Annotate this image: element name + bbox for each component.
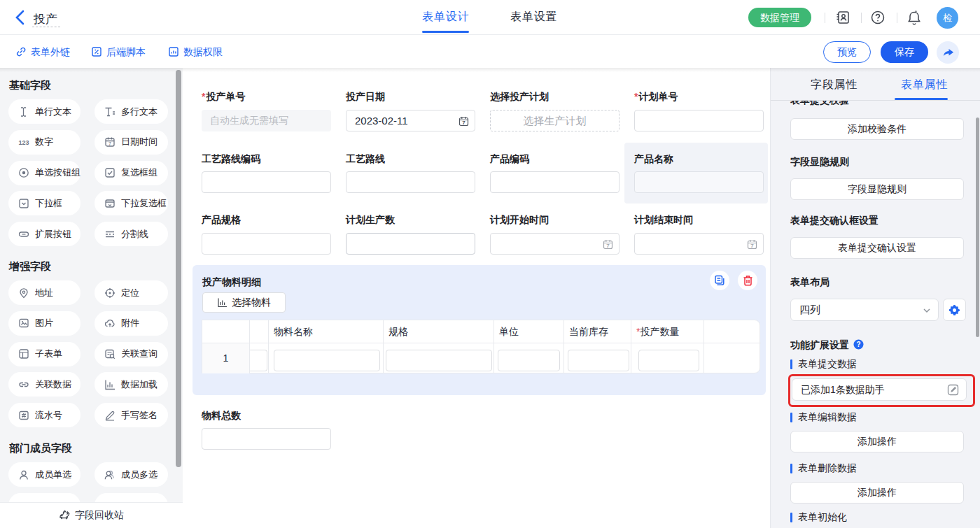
svg-text:7: 7: [108, 141, 111, 146]
svg-text:7: 7: [606, 243, 610, 249]
svg-text:?: ?: [856, 341, 860, 348]
svg-text:7: 7: [750, 243, 754, 249]
svg-text:123: 123: [18, 139, 29, 146]
svg-text:7: 7: [462, 120, 465, 126]
